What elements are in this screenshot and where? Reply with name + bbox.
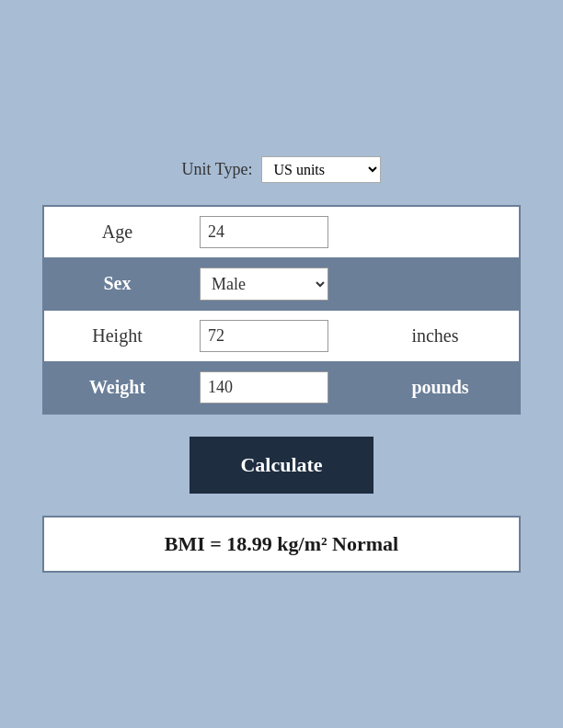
height-input-cell — [190, 310, 396, 361]
form-table: Age Sex Male Female Height — [42, 205, 521, 415]
sex-label: Sex — [43, 257, 190, 310]
sex-unit — [396, 257, 520, 310]
weight-label: Weight — [43, 361, 190, 414]
result-text: BMI = 18.99 kg/m² Normal — [165, 532, 398, 555]
table-row-sex: Sex Male Female — [43, 257, 520, 310]
unit-type-select[interactable]: US units Metric units — [261, 156, 381, 183]
height-label: Height — [43, 310, 190, 361]
table-row-weight: Weight pounds — [43, 361, 520, 414]
weight-unit: pounds — [396, 361, 520, 414]
sex-select[interactable]: Male Female — [200, 267, 328, 301]
calculator-container: Unit Type: US units Metric units Age Sex… — [42, 156, 521, 573]
height-input[interactable] — [200, 320, 328, 352]
age-label: Age — [43, 206, 190, 258]
table-row-height: Height inches — [43, 310, 520, 361]
unit-type-label: Unit Type: — [182, 160, 253, 179]
unit-type-row: Unit Type: US units Metric units — [182, 156, 382, 183]
height-unit: inches — [396, 310, 520, 361]
table-row-age: Age — [43, 206, 520, 258]
age-input-cell — [190, 206, 396, 258]
weight-input-cell — [190, 361, 396, 414]
calculate-button[interactable]: Calculate — [190, 437, 373, 494]
weight-input[interactable] — [200, 371, 328, 404]
age-input[interactable] — [200, 216, 328, 248]
result-box: BMI = 18.99 kg/m² Normal — [42, 516, 521, 573]
age-unit — [396, 206, 520, 258]
sex-input-cell: Male Female — [190, 257, 396, 310]
